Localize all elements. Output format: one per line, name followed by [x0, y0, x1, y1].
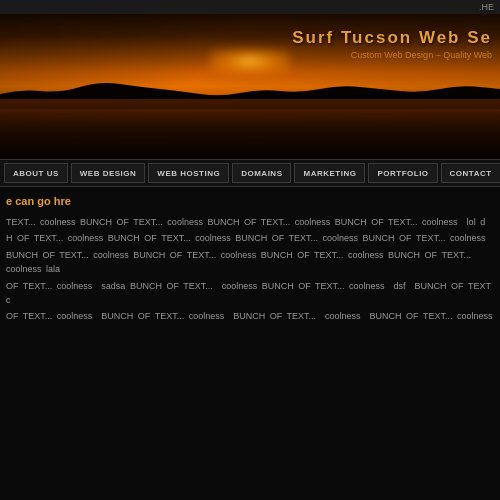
nav-item-web-hosting[interactable]: WEB HOSTING	[148, 163, 229, 183]
content-para-4: OF TEXT... coolness sadsa BUNCH OF TEXT.…	[6, 279, 494, 308]
hero-water	[0, 99, 500, 159]
site-title: Surf Tucson Web Se Custom Web Design – Q…	[292, 28, 492, 60]
content-text: TEXT... coolness BUNCH OF TEXT... coolne…	[6, 215, 494, 324]
hero-section: Surf Tucson Web Se Custom Web Design – Q…	[0, 14, 500, 159]
content-para-3: BUNCH OF TEXT... coolness BUNCH OF TEXT.…	[6, 248, 494, 277]
nav-item-portfolio[interactable]: PORTFOLIO	[368, 163, 437, 183]
nav-bar: ABOUT US WEB DESIGN WEB HOSTING DOMAINS …	[0, 159, 500, 187]
top-bar: .HE	[0, 0, 500, 14]
main-content: e can go hre TEXT... coolness BUNCH OF T…	[0, 187, 500, 487]
content-para-1: TEXT... coolness BUNCH OF TEXT... coolne…	[6, 215, 494, 229]
nav-item-contact[interactable]: CONTACT	[441, 163, 500, 183]
nav-item-web-design[interactable]: WEB DESIGN	[71, 163, 146, 183]
content-para-5: OF TEXT... coolness BUNCH OF TEXT... coo…	[6, 309, 494, 323]
site-subtitle: Custom Web Design – Quality Web	[292, 50, 492, 60]
nav-item-about-us[interactable]: ABOUT US	[4, 163, 68, 183]
top-bar-text: .HE	[479, 2, 494, 12]
content-para-2: H OF TEXT... coolness BUNCH OF TEXT... c…	[6, 231, 494, 245]
nav-item-marketing[interactable]: MARKETING	[294, 163, 365, 183]
site-name: Surf Tucson Web Se	[292, 28, 492, 48]
nav-item-domains[interactable]: DOMAINS	[232, 163, 291, 183]
page-heading: e can go hre	[6, 195, 494, 207]
